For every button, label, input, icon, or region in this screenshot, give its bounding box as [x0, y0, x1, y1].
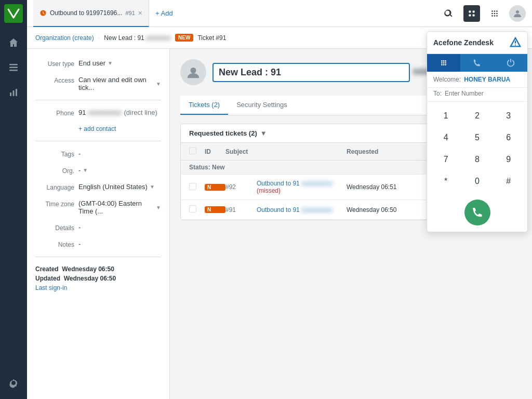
row-checkbox-2[interactable] [189, 205, 205, 214]
dial-7[interactable]: 7 [431, 150, 460, 169]
tags-value: - [78, 150, 161, 157]
ticket-badge-2: N [205, 206, 225, 213]
acefone-welcome: Welcome: HONEY BARUA [427, 72, 527, 88]
dial-4[interactable]: 4 [431, 128, 460, 148]
row-checkbox-1[interactable] [189, 183, 205, 192]
details-label: Details [35, 223, 74, 232]
app-logo [4, 4, 23, 23]
timezone-value: (GMT-04:00) Eastern Time (... ▼ [78, 200, 161, 215]
call-button[interactable] [464, 200, 490, 225]
user-type-value: End user ▼ [78, 59, 161, 67]
notes-value: - [78, 240, 161, 248]
ticket-subject-1[interactable]: Outbound to 91 xxxxxxxxxx (missed) [257, 180, 347, 194]
breadcrumb-new-lead[interactable]: New Lead : 91 xxxxxxxx [104, 34, 171, 42]
close-tab-button[interactable]: × [138, 9, 142, 17]
svg-point-25 [515, 44, 516, 45]
avatar-button[interactable] [509, 5, 526, 22]
svg-point-19 [494, 15, 496, 17]
add-contact-link[interactable]: + add contact [78, 125, 161, 132]
access-value: Can view and edit own tick... ▼ [78, 76, 161, 91]
search-button[interactable] [441, 5, 457, 22]
dial-5[interactable]: 5 [462, 128, 491, 148]
svg-point-17 [496, 12, 498, 14]
language-label: Language [35, 183, 74, 191]
access-label: Access [35, 76, 74, 84]
top-bar-right [441, 5, 526, 22]
add-tab-button[interactable]: + Add [149, 0, 179, 27]
welcome-label: Welcome: [433, 76, 461, 83]
divider-2 [35, 141, 161, 141]
svg-rect-8 [469, 10, 471, 12]
user-name-input[interactable] [212, 63, 410, 82]
ticket-badge-1: N [205, 184, 225, 191]
acefone-tab-dialpad[interactable] [427, 54, 460, 72]
ticket-id-2: #91 [225, 206, 257, 214]
acefone-title: Acefone Zendesk [433, 38, 494, 47]
svg-point-16 [494, 12, 496, 14]
svg-point-20 [496, 15, 498, 17]
svg-point-34 [445, 64, 446, 65]
user-type-label: User type [35, 59, 74, 68]
acefone-to-row: To: [427, 88, 527, 102]
details-row: Details - [35, 223, 161, 232]
dial-0[interactable]: 0 [462, 171, 491, 191]
sidebar-item-admin[interactable] [2, 372, 25, 395]
dial-8[interactable]: 8 [462, 150, 491, 169]
welcome-name: HONEY BARUA [464, 76, 510, 83]
acefone-tab-call[interactable] [460, 54, 494, 72]
breadcrumb-new-badge: NEW [175, 34, 193, 42]
sidebar-item-reports[interactable] [2, 81, 25, 104]
svg-rect-1 [9, 64, 18, 65]
dial-hash[interactable]: # [494, 171, 523, 191]
dialpad: 1 2 3 4 5 6 7 8 9 * 0 # [427, 102, 527, 195]
dial-3[interactable]: 3 [494, 106, 523, 126]
tab-label: Outbound to 919971696... [50, 9, 122, 17]
top-bar: Outbound to 919971696... #91 × + Add [27, 0, 532, 27]
dial-1[interactable]: 1 [431, 106, 460, 126]
acefone-panel: Acefone Zendesk Welcome: HONEY BAR [427, 31, 528, 232]
svg-rect-2 [9, 67, 18, 69]
language-row: Language English (United States) ▼ [35, 183, 161, 191]
svg-point-22 [190, 68, 196, 73]
dial-6[interactable]: 6 [494, 128, 523, 148]
tab-tickets[interactable]: Tickets (2) [180, 96, 228, 115]
divider-3 [35, 257, 161, 257]
svg-rect-4 [10, 92, 11, 96]
user-type-caret: ▼ [108, 60, 113, 66]
svg-rect-5 [13, 90, 15, 96]
ticket-requested-2: Wednesday 06:50 [347, 206, 430, 214]
acefone-tab-power[interactable] [494, 54, 527, 72]
divider-1 [35, 100, 161, 100]
acefone-logo-icon [510, 37, 521, 48]
apps-button[interactable] [486, 5, 503, 22]
svg-point-27 [443, 60, 445, 62]
svg-point-21 [516, 10, 519, 14]
svg-point-13 [494, 10, 496, 12]
last-signin-link[interactable]: Last sign-in [35, 284, 161, 291]
enter-number-input[interactable] [445, 90, 523, 97]
org-value: - ▼ [78, 166, 161, 174]
sidebar-item-views[interactable] [2, 56, 25, 79]
products-button[interactable] [463, 5, 480, 22]
dial-star[interactable]: * [431, 171, 460, 191]
svg-point-12 [491, 10, 493, 12]
svg-point-29 [441, 62, 443, 64]
details-value: - [78, 223, 161, 231]
tab-security[interactable]: Security Settings [228, 96, 296, 115]
svg-point-33 [443, 64, 445, 65]
tags-label: Tags [35, 150, 74, 158]
tags-row: Tags - [35, 150, 161, 158]
svg-point-28 [445, 60, 446, 62]
language-value: English (United States) ▼ [78, 183, 161, 191]
breadcrumb-org[interactable]: Organization (create) [35, 34, 94, 42]
svg-point-15 [491, 12, 493, 14]
acefone-header: Acefone Zendesk [427, 32, 527, 54]
dial-2[interactable]: 2 [462, 106, 491, 126]
ticket-subject-2[interactable]: Outbound to 91 xxxxxxxxxx [257, 206, 347, 214]
svg-point-18 [491, 15, 493, 17]
dial-9[interactable]: 9 [494, 150, 523, 169]
sidebar-item-home[interactable] [2, 31, 25, 54]
active-tab[interactable]: Outbound to 919971696... #91 × [33, 0, 149, 27]
dial-call-area [427, 195, 527, 232]
svg-point-14 [496, 10, 498, 12]
